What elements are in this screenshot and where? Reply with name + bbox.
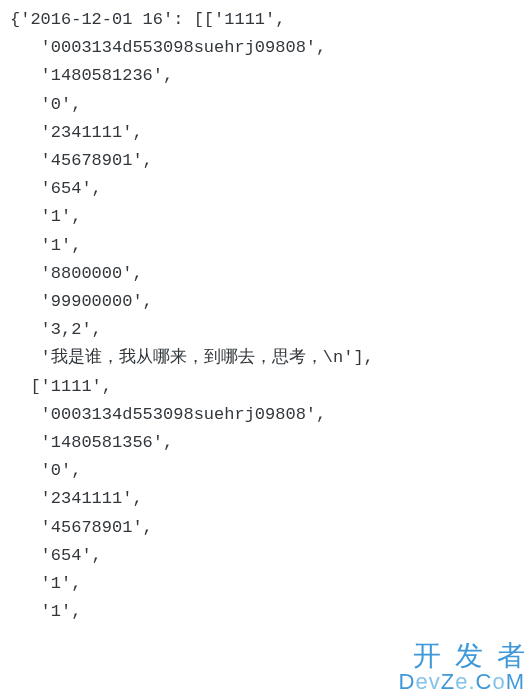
code-line: '0', xyxy=(10,95,81,114)
code-line: ['1111', xyxy=(10,377,112,396)
code-line: '1', xyxy=(10,574,81,593)
code-line: '1', xyxy=(10,207,81,226)
code-block: {'2016-12-01 16': [['1111', '0003134d553… xyxy=(0,0,531,659)
code-line: '8800000', xyxy=(10,264,143,283)
code-line: '1', xyxy=(10,602,81,621)
code-line: '45678901', xyxy=(10,151,153,170)
code-line: '1480581236', xyxy=(10,66,173,85)
code-line: '2341111', xyxy=(10,123,143,142)
code-line: '3,2', xyxy=(10,320,102,339)
code-line: '0003134d553098suehrj09808', xyxy=(10,38,326,57)
code-line: '我是谁，我从哪来，到哪去，思考，\n'], xyxy=(10,348,374,367)
code-line: '1', xyxy=(10,236,81,255)
code-line: '0003134d553098suehrj09808', xyxy=(10,405,326,424)
code-line: '0', xyxy=(10,461,81,480)
code-line: '1480581356', xyxy=(10,433,173,452)
watermark-en: DevZe.CoM xyxy=(399,670,525,693)
code-line: {'2016-12-01 16': [['1111', xyxy=(10,10,285,29)
code-line: '654', xyxy=(10,179,102,198)
code-line: '654', xyxy=(10,546,102,565)
code-line: '99900000', xyxy=(10,292,153,311)
code-line: '2341111', xyxy=(10,489,143,508)
code-line: '45678901', xyxy=(10,518,153,537)
